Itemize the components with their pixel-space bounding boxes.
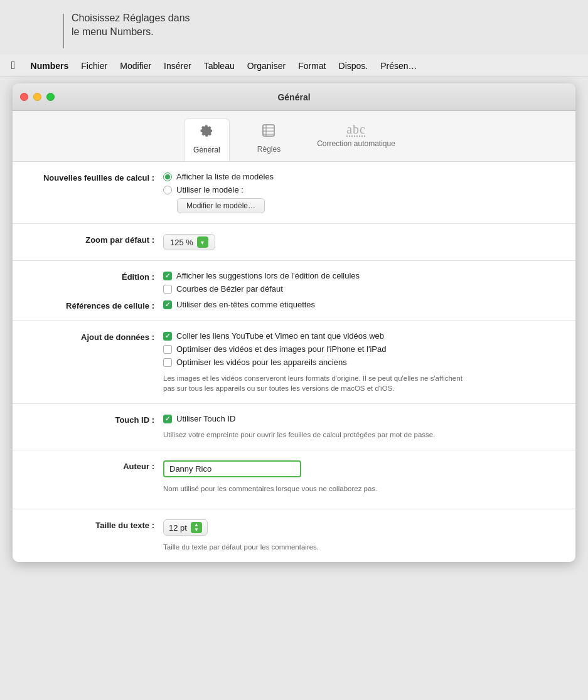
tab-regles-label: Règles <box>257 145 281 154</box>
auteur-controls: Nom utilisé pour les commentaires lorsqu… <box>163 460 557 494</box>
check-row-entetes[interactable]: Utiliser des en-têtes comme étiquettes <box>163 300 557 309</box>
checkbox-bezier-label: Courbes de Bézier par défaut <box>176 284 283 294</box>
menubar-tableau[interactable]: Tableau <box>198 58 241 73</box>
apple-menu[interactable]:  <box>5 56 22 75</box>
menubar-dispos[interactable]: Dispos. <box>333 58 375 73</box>
references-label: Références de cellule : <box>31 300 163 310</box>
checkbox-youtube[interactable] <box>163 332 172 341</box>
tab-correction-label: Correction automatique <box>317 139 395 148</box>
author-input[interactable] <box>163 460 301 477</box>
taille-texte-helper: Taille du texte par défaut pour les comm… <box>163 542 557 552</box>
auteur-label: Auteur : <box>31 460 163 471</box>
rules-icon <box>260 122 277 142</box>
checkbox-optimiser-anciens[interactable] <box>163 358 172 367</box>
checkbox-suggestions-label: Afficher les suggestions lors de l'éditi… <box>176 271 360 280</box>
minimize-button[interactable] <box>33 93 41 101</box>
gear-icon <box>198 123 215 143</box>
edition-controls: Afficher les suggestions lors de l'éditi… <box>163 271 557 294</box>
check-row-youtube[interactable]: Coller les liens YouTube et Vimeo en tan… <box>163 331 557 341</box>
checkbox-optimiser-iphone[interactable] <box>163 345 172 354</box>
checkbox-touch-id[interactable] <box>163 415 172 423</box>
section-touch-id: Touch ID : Utiliser Touch ID Utilisez vo… <box>13 404 575 450</box>
window-controls <box>20 93 55 101</box>
titlebar: Général <box>13 83 575 111</box>
section-taille-texte: Taille du texte : 12 pt ▲ ▼ Taille du te… <box>13 509 575 562</box>
menubar-numbers[interactable]: Numbers <box>24 58 75 73</box>
maximize-button[interactable] <box>46 93 55 101</box>
taille-texte-label: Taille du texte : <box>31 519 163 530</box>
checkbox-optimiser-anciens-label: Optimiser les vidéos pour les appareils … <box>176 358 347 367</box>
touch-id-helper: Utilisez votre empreinte pour ouvrir les… <box>163 430 464 440</box>
zoom-label: Zoom par défaut : <box>31 234 163 245</box>
section-ajout-donnees: Ajout de données : Coller les liens YouT… <box>13 321 575 404</box>
ajout-donnees-label: Ajout de données : <box>31 331 163 342</box>
tab-regles[interactable]: Règles <box>249 119 289 161</box>
radio-row-utiliser[interactable]: Utiliser le modèle : <box>163 185 557 194</box>
checkbox-entetes[interactable] <box>163 300 172 309</box>
nouvelles-feuilles-label: Nouvelles feuilles de calcul : <box>31 172 163 183</box>
section-nouvelles-feuilles: Nouvelles feuilles de calcul : Afficher … <box>13 162 575 224</box>
fontsize-stepper[interactable]: ▲ ▼ <box>191 522 202 533</box>
auteur-helper: Nom utilisé pour les commentaires lorsqu… <box>163 484 557 494</box>
touch-id-label: Touch ID : <box>31 414 163 425</box>
section-auteur: Auteur : Nom utilisé pour les commentair… <box>13 450 575 509</box>
taille-texte-controls: 12 pt ▲ ▼ Taille du texte par défaut pou… <box>163 519 557 552</box>
nouvelles-feuilles-controls: Afficher la liste de modèles Utiliser le… <box>163 172 557 213</box>
references-controls: Utiliser des en-têtes comme étiquettes <box>163 300 557 309</box>
check-row-optimiser-iphone[interactable]: Optimiser des vidéos et des images pour … <box>163 344 557 354</box>
tab-general[interactable]: Général <box>184 119 230 161</box>
radio-utiliser-label: Utiliser le modèle : <box>176 185 243 194</box>
menubar-organiser[interactable]: Organiser <box>241 58 292 73</box>
tooltip-line2: le menu Numbers. <box>72 25 190 39</box>
menubar-modifier[interactable]: Modifier <box>114 58 158 73</box>
fontsize-value: 12 pt <box>169 523 187 533</box>
radio-afficher[interactable] <box>163 172 172 181</box>
modify-model-button[interactable]: Modifier le modèle… <box>177 198 265 213</box>
section-edition: Édition : Afficher les suggestions lors … <box>13 261 575 321</box>
ajout-donnees-controls: Coller les liens YouTube et Vimeo en tan… <box>163 331 557 393</box>
menubar-inserer[interactable]: Insérer <box>158 58 198 73</box>
radio-utiliser[interactable] <box>163 186 172 194</box>
section-zoom: Zoom par défaut : 125 % ▾ <box>13 224 575 261</box>
tab-correction[interactable]: abc Correction automatique <box>308 119 404 161</box>
check-row-suggestions[interactable]: Afficher les suggestions lors de l'éditi… <box>163 271 557 280</box>
menubar-presen[interactable]: Présen… <box>374 58 423 73</box>
window-title: Général <box>277 92 310 102</box>
checkbox-optimiser-iphone-label: Optimiser des vidéos et des images pour … <box>176 344 386 354</box>
check-row-bezier[interactable]: Courbes de Bézier par défaut <box>163 284 557 294</box>
fontsize-dropdown[interactable]: 12 pt ▲ ▼ <box>163 519 208 536</box>
radio-row-afficher[interactable]: Afficher la liste de modèles <box>163 172 557 181</box>
checkbox-entetes-label: Utiliser des en-têtes comme étiquettes <box>176 300 315 309</box>
touch-id-controls: Utiliser Touch ID Utilisez votre emprein… <box>163 414 557 440</box>
menubar-format[interactable]: Format <box>292 58 332 73</box>
checkbox-bezier[interactable] <box>163 285 172 294</box>
zoom-value: 125 % <box>170 238 193 247</box>
zoom-controls: 125 % ▾ <box>163 234 557 250</box>
checkbox-touch-id-label: Utiliser Touch ID <box>176 414 235 423</box>
radio-afficher-label: Afficher la liste de modèles <box>176 172 274 181</box>
edition-label: Édition : <box>31 271 163 282</box>
tooltip-line1: Choisissez Réglages dans <box>72 11 190 25</box>
menubar:  Numbers Fichier Modifier Insérer Table… <box>0 55 588 77</box>
ajout-donnees-helper: Les images et les vidéos conserveront le… <box>163 373 464 393</box>
checkbox-youtube-label: Coller les liens YouTube et Vimeo en tan… <box>176 331 384 341</box>
check-row-optimiser-anciens[interactable]: Optimiser les vidéos pour les appareils … <box>163 358 557 367</box>
check-row-touch-id[interactable]: Utiliser Touch ID <box>163 414 557 423</box>
menubar-fichier[interactable]: Fichier <box>75 58 114 73</box>
zoom-dropdown[interactable]: 125 % ▾ <box>163 234 215 250</box>
close-button[interactable] <box>20 93 28 101</box>
preferences-content: Nouvelles feuilles de calcul : Afficher … <box>13 162 575 562</box>
zoom-dropdown-arrow: ▾ <box>197 236 208 248</box>
toolbar: Général Règles abc Correction automatiqu… <box>13 111 575 162</box>
abc-icon: abc <box>346 122 366 137</box>
tab-general-label: Général <box>193 146 220 154</box>
checkbox-suggestions[interactable] <box>163 272 172 280</box>
preferences-window: Général Général Règles <box>13 83 575 562</box>
tooltip: Choisissez Réglages dans le menu Numbers… <box>0 0 588 55</box>
